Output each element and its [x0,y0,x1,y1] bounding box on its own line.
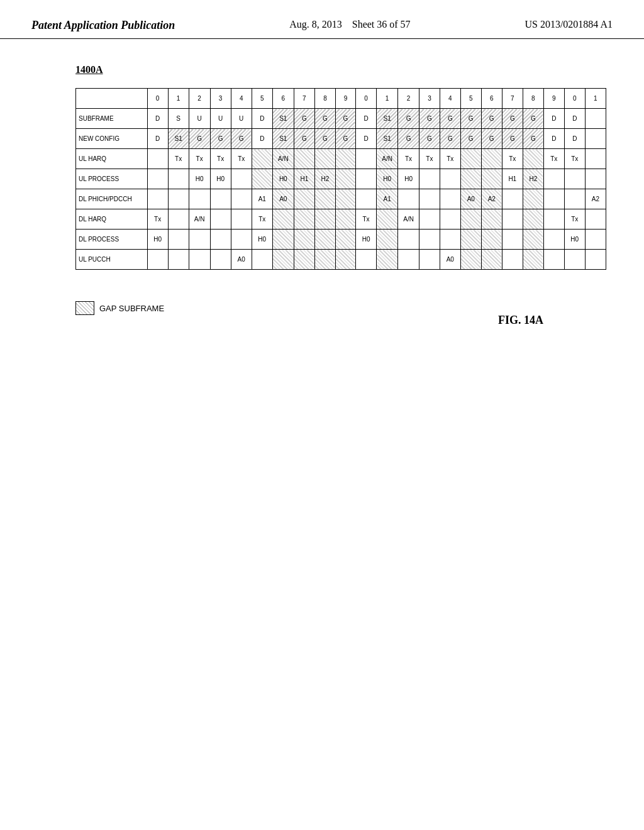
table-row: NEW CONFIG D S1 G G G D S1 G G G D S1 G … [76,129,606,149]
diagram-area: 0 1 2 3 4 5 6 7 8 9 0 1 2 3 4 5 6 [75,88,606,327]
patent-number: US 2013/0201884 A1 [525,19,613,30]
table-row: DL HARQ Tx A/N Tx Tx A/N [76,209,606,230]
header-date-sheet: Aug. 8, 2013 Sheet 36 of 57 [289,19,410,30]
row-label-ul-harq: UL HARQ [76,149,148,169]
legend-label: GAP SUBFRAME [99,304,164,313]
row-label-ul-pucch: UL PUCCH [76,250,148,270]
publication-date: Aug. 8, 2013 [289,19,342,30]
table-row: DL PHICH/PDCCH A1 A0 A1 A0 [76,189,606,209]
main-content: 1400A 0 1 2 3 4 5 6 7 8 9 0 1 [0,39,644,352]
legend: GAP SUBFRAME [75,301,164,315]
row-label-dl-phich: DL PHICH/PDCCH [76,189,148,209]
row-label-new-config: NEW CONFIG [76,129,148,149]
figure-id: 1400A [75,64,103,75]
row-label-ul-process: UL PROCESS [76,169,148,189]
label-header [76,89,148,109]
row-label-dl-process: DL PROCESS [76,230,148,250]
page-header: Patent Application Publication Aug. 8, 2… [0,0,644,39]
row-label-subframe: SUBFRAME [76,109,148,129]
figure-name: FIG. 14A [498,314,543,327]
sheet-info: Sheet 36 of 57 [352,19,411,30]
table-row: UL HARQ Tx Tx Tx Tx A/N A/N Tx Tx Tx [76,149,606,169]
publication-title: Patent Application Publication [31,19,175,32]
row-label-dl-harq: DL HARQ [76,209,148,230]
table-row: UL PROCESS H0 H0 H0 H1 H2 H0 H0 [76,169,606,189]
process-table: 0 1 2 3 4 5 6 7 8 9 0 1 2 3 4 5 6 [75,88,606,270]
legend-gap-box [75,301,94,315]
table-row: DL PROCESS H0 H0 H0 [76,230,606,250]
table-row: UL PUCCH A0 A0 [76,250,606,270]
table-row: SUBFRAME D S U U U D S1 G G G D S1 G G G [76,109,606,129]
